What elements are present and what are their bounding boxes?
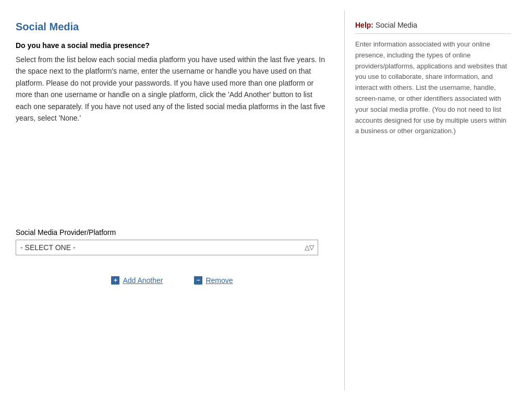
remove-label: Remove [205,276,233,285]
question-heading: Do you have a social media presence? [16,41,329,50]
platform-select-wrapper: - SELECT ONE - Facebook Twitter Instagra… [16,240,318,255]
add-another-label: Add Another [123,276,163,285]
help-topic: Social Media [376,21,417,29]
remove-icon: – [194,276,202,285]
action-buttons-container: + Add Another – Remove [16,276,329,285]
form-section: Social Media Provider/Platform - SELECT … [16,228,329,255]
platform-field-label: Social Media Provider/Platform [16,228,329,237]
help-sidebar: Help: Social Media Enter information ass… [344,10,522,391]
help-title-container: Help: Social Media [355,21,511,34]
description-text: Select from the list below each social m… [16,54,329,124]
add-icon: + [111,276,119,285]
page-title: Social Media [16,21,329,33]
platform-select[interactable]: - SELECT ONE - Facebook Twitter Instagra… [16,240,318,255]
main-content: Social Media Do you have a social media … [0,10,344,391]
help-text: Enter information associated with your o… [355,39,511,137]
help-label: Help: [355,21,373,29]
remove-button[interactable]: – Remove [194,276,233,285]
add-another-button[interactable]: + Add Another [111,276,163,285]
